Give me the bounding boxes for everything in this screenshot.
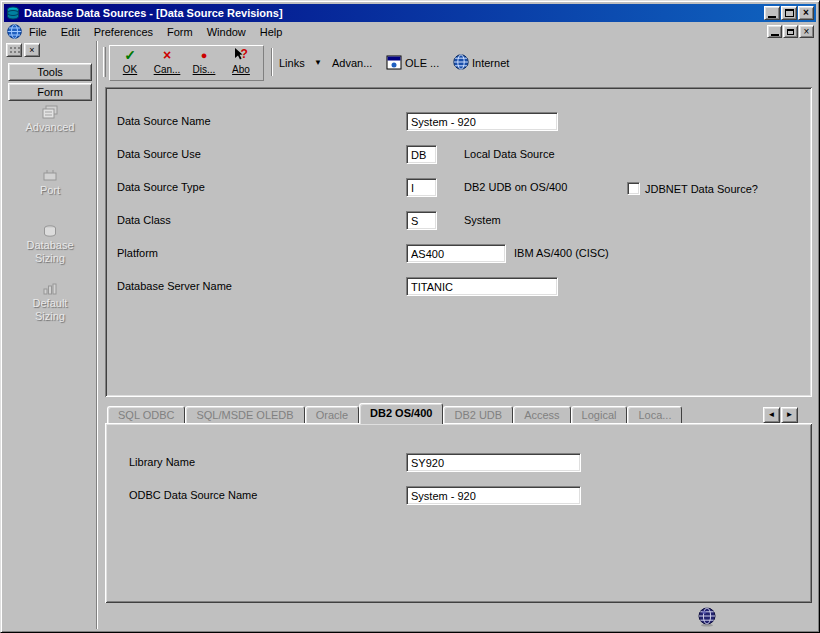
data-source-type-description: DB2 UDB on OS/400 (464, 181, 567, 194)
maximize-button[interactable] (781, 6, 797, 20)
system-menu-icon[interactable] (7, 24, 22, 39)
database-server-name-label: Database Server Name (117, 280, 232, 293)
mdi-close-icon: × (804, 27, 810, 37)
data-source-use-description: Local Data Source (464, 148, 555, 161)
ok-button[interactable]: ✓ OK (112, 47, 148, 79)
database-server-name-input[interactable] (406, 277, 558, 296)
internet-button[interactable]: Internet (472, 45, 509, 81)
toolbar-separator (271, 48, 273, 76)
mdi-minimize-icon (771, 34, 779, 36)
sidebar-item-label: Default Sizing (17, 297, 83, 323)
sidebar-item-database-sizing[interactable]: Database Sizing (4, 225, 96, 265)
menu-item-form[interactable]: Form (160, 24, 200, 40)
tab-db2-os400[interactable]: DB2 OS/400 (359, 403, 443, 424)
tab-db2-udb[interactable]: DB2 UDB (443, 406, 513, 424)
display-button[interactable]: ● Dis... (186, 47, 222, 79)
sidebar-item-default-sizing[interactable]: Default Sizing (4, 283, 96, 323)
default-sizing-icon (43, 283, 57, 295)
about-icon: ? (223, 47, 259, 64)
jdbnet-checkbox-label: JDBNET Data Source? (645, 183, 758, 196)
odbc-data-source-name-label: ODBC Data Source Name (129, 489, 257, 502)
database-sizing-icon (43, 225, 57, 237)
scroll-right-icon: ► (786, 411, 794, 419)
display-button-label: Dis... (186, 64, 222, 76)
toolbar-handle[interactable] (103, 47, 106, 77)
ole-button[interactable]: OLE ... (405, 45, 439, 81)
ole-icon (386, 55, 402, 72)
sidebar-item-port[interactable]: Port (4, 169, 96, 197)
mdi-close-button[interactable]: × (799, 25, 814, 38)
mdi-restore-button[interactable] (783, 25, 798, 38)
data-class-label: Data Class (117, 214, 171, 227)
tab-logical[interactable]: Logical (571, 406, 628, 424)
minimize-icon (768, 16, 776, 18)
x-icon: × (149, 47, 185, 64)
app-window: Database Data Sources - [Data Source Rev… (0, 0, 820, 633)
menu-item-preferences[interactable]: Preferences (87, 24, 160, 40)
close-icon: × (803, 8, 809, 18)
jdbnet-checkbox[interactable] (627, 182, 640, 195)
window-title: Database Data Sources - [Data Source Rev… (24, 7, 283, 19)
data-class-description: System (464, 214, 501, 227)
record-dot-icon: ● (186, 47, 222, 64)
data-source-use-input[interactable] (406, 145, 437, 164)
tab-sql-msde-oledb[interactable]: SQL/MSDE OLEDB (185, 406, 304, 424)
platform-description: IBM AS/400 (CISC) (514, 247, 609, 260)
mdi-restore-icon (787, 29, 794, 35)
form-panel (105, 87, 812, 397)
tab-form[interactable]: Form (8, 83, 92, 101)
sidebar-item-advanced[interactable]: Advanced (4, 105, 96, 134)
tab-scroll-left-button[interactable]: ◄ (763, 407, 780, 423)
library-name-input[interactable] (406, 453, 581, 472)
window-controls: × (764, 6, 814, 20)
menu-item-help[interactable]: Help (253, 24, 290, 40)
tab-local[interactable]: Loca... (627, 406, 682, 424)
links-label[interactable]: Links (279, 45, 305, 81)
mdi-minimize-button[interactable] (767, 25, 782, 38)
cancel-button[interactable]: × Can... (149, 47, 185, 79)
tab-scroll-right-button[interactable]: ► (781, 407, 798, 423)
cancel-button-label: Can... (149, 64, 185, 76)
menu-item-file[interactable]: File (22, 24, 54, 40)
app-icon (6, 6, 20, 20)
tab-access[interactable]: Access (513, 406, 570, 424)
tab-tools[interactable]: Tools (8, 63, 92, 81)
advanced-icon (42, 105, 58, 119)
scroll-left-icon: ◄ (768, 411, 776, 419)
tab-oracle[interactable]: Oracle (305, 406, 359, 424)
tab-strip: SQL ODBC SQL/MSDE OLEDB Oracle DB2 OS/40… (107, 403, 761, 424)
minimize-button[interactable] (764, 6, 780, 20)
menubar: File Edit Preferences Form Window Help × (4, 22, 816, 41)
status-globe-icon (698, 607, 716, 629)
port-icon (42, 169, 58, 182)
sidebar-grip[interactable] (6, 43, 22, 57)
check-icon: ✓ (112, 47, 148, 64)
platform-label: Platform (117, 247, 158, 260)
titlebar: Database Data Sources - [Data Source Rev… (4, 4, 816, 22)
sidebar-item-label: Port (17, 184, 83, 197)
data-source-type-label: Data Source Type (117, 181, 205, 194)
data-source-type-input[interactable] (406, 178, 437, 197)
about-button-label: Abo (223, 64, 259, 76)
links-dropdown-icon[interactable]: ▼ (314, 45, 322, 81)
sidebar-item-label: Advanced (17, 121, 83, 134)
sidebar-close-button[interactable]: × (24, 43, 40, 57)
about-button[interactable]: ? Abo (223, 47, 259, 79)
data-source-name-input[interactable] (406, 112, 558, 131)
sidebar: × Tools Form Advanced Port (4, 41, 96, 629)
sidebar-item-label: Database Sizing (17, 239, 83, 265)
internet-globe-icon (453, 54, 469, 72)
advanced-menu-button[interactable]: Advan... (332, 45, 372, 81)
data-source-use-label: Data Source Use (117, 148, 201, 161)
tab-sql-odbc[interactable]: SQL ODBC (107, 406, 185, 424)
platform-input[interactable] (406, 244, 506, 263)
close-button[interactable]: × (798, 6, 814, 20)
odbc-data-source-name-input[interactable] (406, 486, 581, 505)
sidebar-divider (96, 41, 98, 629)
ok-button-label: OK (112, 64, 148, 76)
data-source-name-label: Data Source Name (117, 115, 211, 128)
menu-item-edit[interactable]: Edit (54, 24, 87, 40)
data-class-input[interactable] (406, 211, 437, 230)
maximize-icon (785, 9, 794, 17)
menu-item-window[interactable]: Window (200, 24, 253, 40)
